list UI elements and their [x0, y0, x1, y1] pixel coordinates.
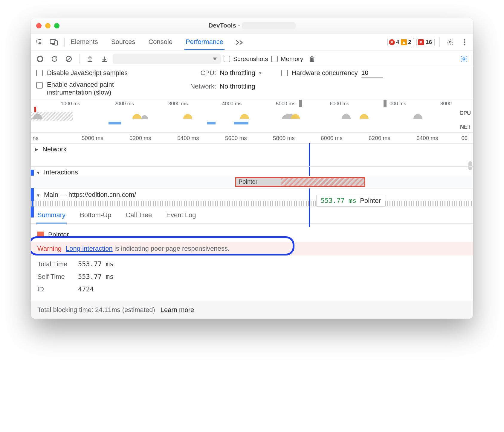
separator	[64, 38, 65, 47]
extension-error-count: 16	[426, 39, 432, 45]
overview-handle-right[interactable]	[384, 100, 387, 107]
zoom-window-button[interactable]	[54, 23, 59, 28]
total-blocking-time-label: Total blocking time: 24.11ms (estimated)	[37, 306, 155, 314]
cpu-label: CPU:	[200, 69, 216, 77]
download-profile-button[interactable]	[99, 53, 110, 65]
summary-panel: Pointer Warning Long interaction is indi…	[31, 224, 473, 296]
overview-tick: 8000	[440, 101, 452, 107]
warning-count: 2	[408, 39, 411, 45]
memory-label: Memory	[281, 55, 303, 63]
device-toggle-icon[interactable]	[48, 36, 59, 48]
tooltip-label: Pointer	[360, 197, 381, 205]
svg-rect-2	[55, 41, 57, 45]
kebab-menu-icon[interactable]	[459, 36, 470, 48]
detail-tick: 6000 ms	[321, 135, 343, 142]
traffic-lights[interactable]	[36, 23, 59, 28]
error-count: 4	[396, 39, 399, 45]
network-track-body	[31, 155, 473, 166]
svg-point-6	[464, 44, 465, 45]
screenshots-checkbox[interactable]	[224, 56, 230, 62]
overview-tick: 000 ms	[390, 101, 406, 107]
id-row: ID 4724	[37, 283, 467, 296]
hw-concurrency-input[interactable]	[361, 68, 383, 78]
pointer-swatch	[37, 232, 44, 238]
total-time-row: Total Time 553.77 ms	[37, 258, 467, 270]
recordings-dropdown[interactable]	[113, 54, 221, 64]
tooltip-value: 553.77 ms	[321, 197, 356, 204]
console-issues-pill[interactable]: ✕4 ▲2	[387, 38, 414, 46]
delete-profile-button[interactable]	[306, 53, 318, 65]
settings-row-2: Enable advanced paint instrumentation (s…	[31, 80, 473, 100]
overview-strip[interactable]: 1000 ms 2000 ms 3000 ms 4000 ms 5000 ms …	[31, 100, 473, 133]
performance-toolbar: Screenshots Memory	[31, 51, 473, 67]
tab-performance[interactable]: Performance	[184, 34, 224, 50]
minimize-window-button[interactable]	[45, 23, 51, 28]
more-tabs-icon[interactable]	[235, 36, 244, 48]
detail-tick: 66	[461, 135, 468, 142]
svg-point-4	[464, 39, 465, 40]
clear-button[interactable]	[63, 53, 74, 65]
overview-net-label: NET	[460, 124, 471, 130]
hw-concurrency-checkbox[interactable]	[281, 70, 288, 76]
network-throttle-select[interactable]: No throttling	[220, 81, 255, 90]
inspect-element-icon[interactable]	[34, 36, 45, 48]
tracks-container: Network Interactions Pointer Main — http…	[31, 143, 473, 206]
settings-row-1: Disable JavaScript samples CPU: No throt…	[31, 67, 473, 80]
interaction-pointer-bar[interactable]: Pointer	[235, 177, 365, 187]
network-track-header[interactable]: Network	[31, 143, 473, 155]
svg-point-3	[449, 41, 451, 43]
overview-tick: 4000 ms	[222, 101, 242, 107]
tab-console[interactable]: Console	[147, 34, 174, 50]
advanced-paint-checkbox[interactable]	[36, 82, 43, 89]
detail-tick: 5800 ms	[273, 135, 295, 142]
disable-js-checkbox[interactable]	[36, 70, 43, 76]
long-interaction-link[interactable]: Long interaction	[66, 245, 113, 252]
interaction-label: Pointer	[239, 178, 257, 185]
settings-icon[interactable]	[445, 36, 456, 48]
overview-tick: 5000 ms	[276, 101, 295, 107]
learn-more-link[interactable]: Learn more	[161, 306, 194, 314]
titlebar: DevTools -	[31, 18, 473, 34]
window-title-redacted	[242, 22, 296, 29]
upload-profile-button[interactable]	[84, 53, 96, 65]
main-track: Main — https://edition.cnn.com/	[31, 188, 473, 206]
interactions-track-header[interactable]: Interactions	[36, 168, 78, 176]
overview-tick: 1000 ms	[61, 101, 80, 107]
interactions-track: Interactions Pointer	[31, 166, 473, 188]
panel-tabs: Elements Sources Console Performance	[69, 34, 244, 50]
pointer-label: Pointer	[48, 231, 69, 239]
tab-summary[interactable]: Summary	[36, 206, 67, 223]
detail-tick: 5000 ms	[82, 135, 103, 142]
close-window-button[interactable]	[36, 23, 42, 28]
overview-tick: 3000 ms	[168, 101, 188, 107]
detail-timeline-header[interactable]: ns 5000 ms 5200 ms 5400 ms 5600 ms 5800 …	[31, 133, 473, 143]
extension-errors-pill[interactable]: ✕ 16	[416, 38, 435, 46]
svg-point-5	[464, 41, 465, 43]
details-tabs: Summary Bottom-Up Call Tree Event Log	[31, 206, 473, 224]
detail-tick: ns	[33, 135, 39, 142]
tab-call-tree[interactable]: Call Tree	[124, 206, 153, 223]
overview-tick: 6000 ms	[330, 101, 349, 107]
overview-cpu-label: CPU	[459, 110, 471, 116]
main-track-bars	[31, 201, 473, 206]
capture-settings-icon[interactable]	[458, 53, 470, 65]
main-track-header[interactable]: Main — https://edition.cnn.com/	[36, 191, 136, 199]
overview-handle-left[interactable]	[299, 100, 302, 107]
tab-bottom-up[interactable]: Bottom-Up	[79, 206, 112, 223]
cpu-throttle-select[interactable]: No throttling▼	[220, 69, 262, 77]
detail-tick: 5200 ms	[129, 135, 151, 142]
error-icon: ✕	[389, 39, 395, 45]
svg-point-8	[463, 58, 465, 60]
tab-sources[interactable]: Sources	[110, 34, 137, 50]
record-button[interactable]	[34, 53, 46, 65]
memory-checkbox[interactable]	[271, 56, 278, 62]
summary-pointer-row: Pointer	[37, 229, 467, 241]
tab-event-log[interactable]: Event Log	[165, 206, 197, 223]
advanced-paint-label: Enable advanced paint instrumentation (s…	[47, 81, 114, 97]
window-title: DevTools -	[31, 22, 473, 29]
network-label: Network:	[190, 83, 216, 90]
tab-elements[interactable]: Elements	[69, 34, 99, 50]
warning-icon: ▲	[401, 39, 407, 45]
detail-tick: 5600 ms	[225, 135, 247, 142]
reload-record-button[interactable]	[49, 53, 60, 65]
